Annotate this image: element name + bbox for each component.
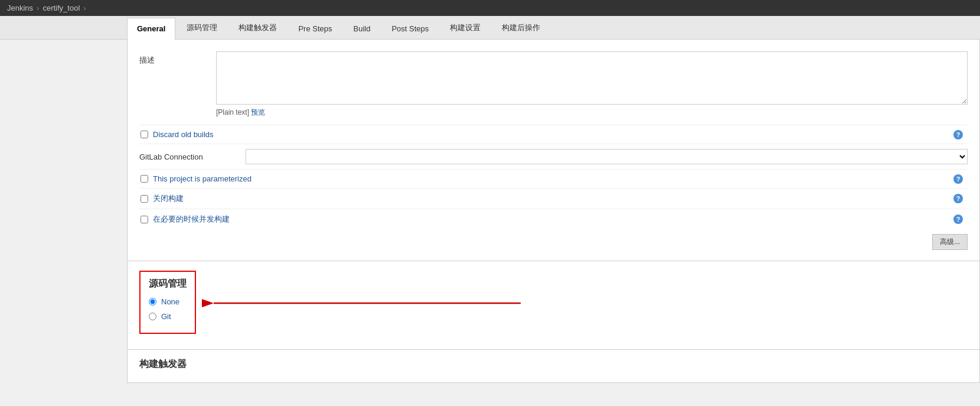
source-control-highlight: 源码管理 None Git bbox=[139, 271, 196, 334]
build-trigger-title: 构建触发器 bbox=[139, 358, 968, 371]
parameterized-help-icon[interactable]: ? bbox=[953, 174, 963, 184]
desc-label: 描述 bbox=[139, 51, 216, 66]
plain-text-prefix: [Plain text] bbox=[216, 108, 249, 116]
parameterized-checkbox[interactable] bbox=[141, 175, 148, 183]
desc-textarea[interactable] bbox=[216, 51, 968, 105]
concurrent-build-checkbox[interactable] bbox=[141, 216, 148, 223]
tab-general[interactable]: General bbox=[127, 18, 175, 40]
disable-build-checkbox[interactable] bbox=[141, 195, 148, 203]
radio-git[interactable] bbox=[149, 313, 156, 320]
tab-build[interactable]: Build bbox=[344, 18, 381, 39]
radio-none-label[interactable]: None bbox=[161, 297, 179, 306]
tab-settings[interactable]: 构建设置 bbox=[440, 16, 491, 39]
disable-build-label[interactable]: 关闭构建 bbox=[153, 193, 184, 204]
discard-help-icon[interactable]: ? bbox=[953, 130, 963, 139]
desc-control: [Plain text] 预览 bbox=[216, 51, 968, 118]
general-section: 描述 [Plain text] 预览 Discard old builds ? … bbox=[127, 40, 980, 261]
radio-none[interactable] bbox=[149, 298, 156, 306]
tab-triggers[interactable]: 构建触发器 bbox=[228, 16, 287, 39]
main-content: General 源码管理 构建触发器 Pre Steps Build Post … bbox=[0, 16, 980, 403]
tab-postops[interactable]: 构建后操作 bbox=[492, 16, 550, 39]
tab-presteps[interactable]: Pre Steps bbox=[288, 18, 342, 39]
tab-poststeps[interactable]: Post Steps bbox=[381, 18, 439, 39]
concurrent-help-icon[interactable]: ? bbox=[953, 215, 963, 224]
discard-builds-row: Discard old builds ? bbox=[139, 125, 968, 144]
source-control-section: 源码管理 None Git bbox=[127, 261, 980, 350]
breadcrumb-jenkins[interactable]: Jenkins bbox=[7, 4, 33, 12]
radio-git-row: Git bbox=[149, 312, 187, 321]
breadcrumb-certify[interactable]: certify_tool bbox=[43, 4, 80, 12]
disable-build-help-icon[interactable]: ? bbox=[953, 194, 963, 203]
radio-git-label[interactable]: Git bbox=[161, 312, 171, 321]
tab-source[interactable]: 源码管理 bbox=[177, 16, 227, 39]
breadcrumb-sep-1: › bbox=[37, 4, 39, 12]
desc-row: 描述 [Plain text] 预览 bbox=[139, 51, 968, 118]
gitlab-row: GitLab Connection bbox=[139, 144, 968, 169]
advanced-button[interactable]: 高级... bbox=[932, 234, 968, 250]
tabs-bar: General 源码管理 构建触发器 Pre Steps Build Post … bbox=[0, 16, 980, 40]
parameterized-row: This project is parameterized ? bbox=[139, 169, 968, 188]
breadcrumb-sep-2: › bbox=[83, 4, 86, 12]
advanced-row: 高级... bbox=[139, 229, 968, 255]
preview-link[interactable]: 预览 bbox=[251, 108, 265, 116]
arrow-annotation bbox=[202, 277, 556, 336]
parameterized-label[interactable]: This project is parameterized bbox=[153, 174, 251, 183]
concurrent-build-label[interactable]: 在必要的时候并发构建 bbox=[153, 214, 230, 225]
gitlab-label: GitLab Connection bbox=[139, 152, 246, 161]
plain-text-row: [Plain text] 预览 bbox=[216, 108, 968, 118]
concurrent-build-row: 在必要的时候并发构建 ? bbox=[139, 209, 968, 229]
disable-build-row: 关闭构建 ? bbox=[139, 188, 968, 209]
gitlab-select[interactable] bbox=[246, 149, 968, 164]
top-bar: Jenkins › certify_tool › bbox=[0, 0, 980, 16]
build-trigger-section: 构建触发器 bbox=[127, 350, 980, 383]
discard-builds-checkbox[interactable] bbox=[141, 131, 148, 138]
radio-none-row: None bbox=[149, 297, 187, 306]
discard-builds-label[interactable]: Discard old builds bbox=[153, 130, 214, 139]
source-control-title: 源码管理 bbox=[149, 278, 187, 290]
